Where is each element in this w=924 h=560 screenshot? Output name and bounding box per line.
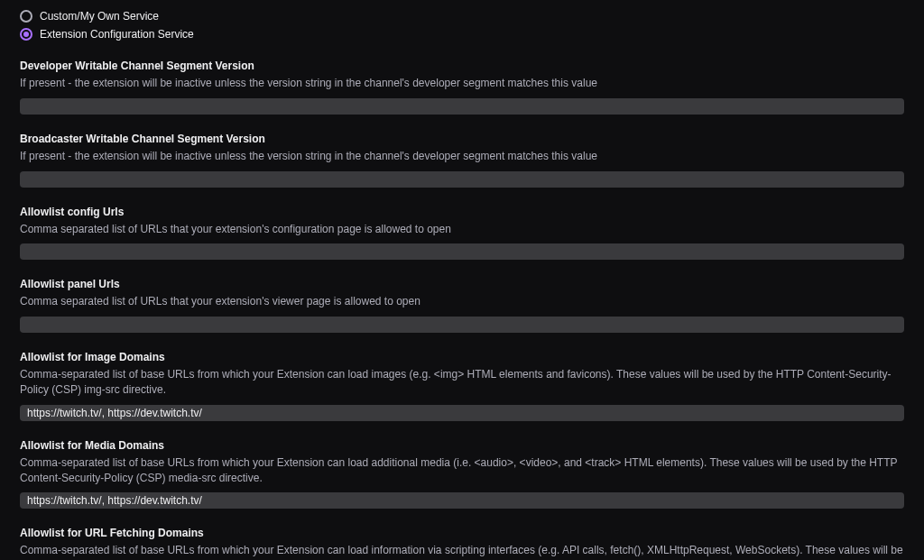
radio-label-extension: Extension Configuration Service bbox=[40, 28, 194, 41]
field-title: Broadcaster Writable Channel Segment Ver… bbox=[20, 133, 904, 145]
field-description: Comma separated list of URLs that your e… bbox=[20, 222, 904, 237]
field-title: Allowlist for Media Domains bbox=[20, 439, 904, 452]
broadcaster-version-input[interactable] bbox=[20, 171, 904, 188]
radio-circle-icon bbox=[20, 10, 32, 23]
field-title: Developer Writable Channel Segment Versi… bbox=[20, 60, 904, 72]
field-description: Comma-separated list of base URLs from w… bbox=[20, 367, 904, 398]
field-title: Allowlist for URL Fetching Domains bbox=[20, 527, 904, 539]
radio-custom-service[interactable]: Custom/My Own Service bbox=[20, 7, 904, 25]
broadcaster-version-section: Broadcaster Writable Channel Segment Ver… bbox=[20, 133, 904, 188]
field-title: Allowlist panel Urls bbox=[20, 278, 904, 290]
radio-dot-icon bbox=[23, 32, 29, 37]
allowlist-config-input[interactable] bbox=[20, 243, 904, 260]
allowlist-image-input[interactable] bbox=[20, 405, 904, 421]
allowlist-media-input[interactable] bbox=[20, 492, 904, 509]
allowlist-panel-section: Allowlist panel Urls Comma separated lis… bbox=[20, 278, 904, 333]
field-title: Allowlist for Image Domains bbox=[20, 351, 904, 363]
field-title: Allowlist config Urls bbox=[20, 206, 904, 218]
field-description: Comma separated list of URLs that your e… bbox=[20, 294, 904, 309]
field-description: If present - the extension will be inact… bbox=[20, 149, 904, 164]
developer-version-section: Developer Writable Channel Segment Versi… bbox=[20, 60, 904, 115]
service-type-radio-group: Custom/My Own Service Extension Configur… bbox=[20, 7, 904, 43]
allowlist-config-section: Allowlist config Urls Comma separated li… bbox=[20, 206, 904, 261]
field-description: Comma-separated list of base URLs from w… bbox=[20, 455, 904, 486]
field-description: Comma-separated list of base URLs from w… bbox=[20, 543, 904, 560]
radio-extension-service[interactable]: Extension Configuration Service bbox=[20, 25, 904, 43]
allowlist-fetch-section: Allowlist for URL Fetching Domains Comma… bbox=[20, 527, 904, 560]
developer-version-input[interactable] bbox=[20, 98, 904, 115]
allowlist-media-section: Allowlist for Media Domains Comma-separa… bbox=[20, 439, 904, 510]
radio-circle-selected-icon bbox=[20, 28, 32, 41]
allowlist-image-section: Allowlist for Image Domains Comma-separa… bbox=[20, 351, 904, 421]
radio-label-custom: Custom/My Own Service bbox=[40, 10, 159, 23]
allowlist-panel-input[interactable] bbox=[20, 317, 904, 333]
field-description: If present - the extension will be inact… bbox=[20, 76, 904, 91]
